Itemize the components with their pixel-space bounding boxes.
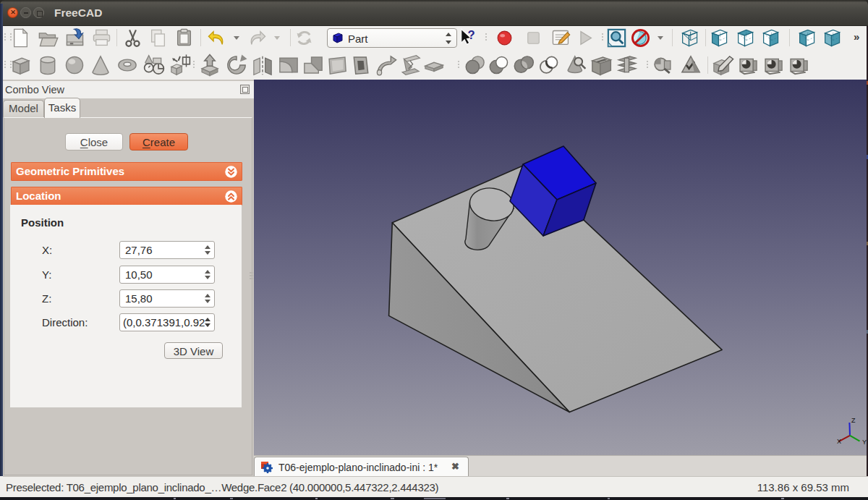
- svg-text:Z: Z: [851, 417, 856, 424]
- svg-text:X: X: [837, 438, 841, 445]
- svg-text:?: ?: [468, 28, 475, 42]
